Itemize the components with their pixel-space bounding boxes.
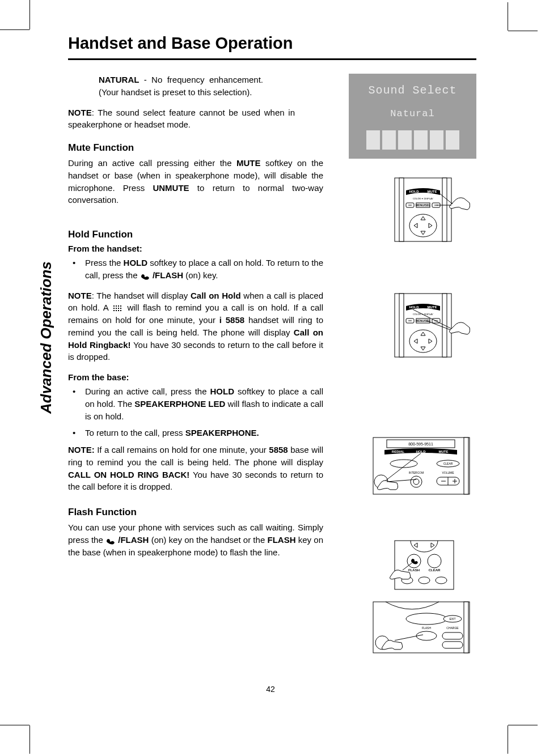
hold-note-2: NOTE: If a call remains on hold for one … xyxy=(68,444,323,493)
svg-point-75 xyxy=(406,613,447,625)
lcd-screen-figure: Sound Select Natural xyxy=(349,74,476,159)
list-item: Press the HOLD softkey to place a call o… xyxy=(68,257,323,282)
svg-text:CHARGE: CHARGE xyxy=(446,626,459,630)
svg-rect-30 xyxy=(113,305,115,307)
page-title: Handset and Base Operation xyxy=(68,34,476,53)
hold-note-1: NOTE: The handset will display Call on H… xyxy=(68,290,323,364)
crop-mark xyxy=(508,31,538,31)
base-diagram-flash: EXIT FLASH CHARGE xyxy=(372,601,476,655)
page-body: Handset and Base Operation Sound Select … xyxy=(68,34,476,566)
phone-icon xyxy=(105,537,116,545)
svg-rect-38 xyxy=(113,310,115,311)
hold-from-base: From the base: xyxy=(68,372,323,382)
note-sound: NOTE: The sound select feature cannot be… xyxy=(68,107,295,131)
svg-text:MUTE: MUTE xyxy=(428,190,437,193)
phone-icon xyxy=(140,272,150,280)
svg-rect-37 xyxy=(120,308,121,309)
svg-text:VOLUME: VOLUME xyxy=(442,471,454,474)
svg-rect-40 xyxy=(118,310,119,311)
svg-text:800-595-9511: 800-595-9511 xyxy=(408,442,433,446)
svg-text:MUTE: MUTE xyxy=(439,450,449,453)
svg-rect-81 xyxy=(442,632,463,639)
svg-point-70 xyxy=(419,577,430,584)
section-tab: Advanced Operations xyxy=(37,261,55,414)
handset-diagram-flash: FLASH CLEAR xyxy=(386,540,476,591)
svg-text:HOLD: HOLD xyxy=(409,190,420,193)
phone-grid-icon xyxy=(112,304,124,312)
svg-text:CLEAR: CLEAR xyxy=(443,462,453,465)
crop-mark xyxy=(508,2,508,31)
svg-rect-36 xyxy=(118,308,119,309)
svg-text:EXIT: EXIT xyxy=(449,617,455,621)
svg-text:MENU/SEL: MENU/SEL xyxy=(416,319,430,322)
lcd-line-2: Natural xyxy=(349,108,476,119)
note-text: : The sound select feature cannot be use… xyxy=(68,108,295,130)
svg-rect-33 xyxy=(120,305,121,307)
natural-paragraph: NATURAL - No frequency enhancement. (You… xyxy=(99,74,263,99)
flash-heading: Flash Function xyxy=(68,507,323,518)
svg-point-66 xyxy=(428,554,441,568)
base-diagram-hold: 800-595-9511 REDIAL HOLD MUTE CLEAR INTE… xyxy=(372,436,476,498)
list-item: During an active call, press the HOLD so… xyxy=(68,385,323,422)
crop-mark xyxy=(29,0,30,29)
hold-heading: Hold Function xyxy=(68,229,323,240)
svg-rect-74 xyxy=(464,602,468,653)
svg-rect-31 xyxy=(116,305,117,307)
page-number: 42 xyxy=(0,685,541,694)
crop-mark xyxy=(508,725,538,725)
svg-text:INTERCOM: INTERCOM xyxy=(409,471,424,474)
svg-text:REDIAL: REDIAL xyxy=(392,450,405,453)
svg-text:MENU/SEL: MENU/SEL xyxy=(416,203,430,207)
mute-heading: Mute Function xyxy=(68,142,323,154)
lcd-line-1: Sound Select xyxy=(349,84,476,97)
svg-point-71 xyxy=(436,577,447,584)
flash-paragraph: You can use your phone with services suc… xyxy=(68,521,323,558)
svg-text:MUTE: MUTE xyxy=(428,305,437,309)
crop-mark xyxy=(0,725,29,725)
svg-rect-41 xyxy=(120,310,121,311)
crop-mark xyxy=(29,725,30,754)
lcd-equalizer-icon xyxy=(349,130,476,150)
svg-rect-34 xyxy=(113,308,115,309)
list-item: To return to the call, press SPEAKERPHON… xyxy=(68,427,323,439)
handset-diagram-hold: HOLD MUTE COLOR ✦ DISPLAY MENU/SEL xyxy=(386,291,476,359)
crop-mark xyxy=(0,29,29,30)
svg-rect-1 xyxy=(399,178,404,241)
svg-rect-16 xyxy=(399,294,404,357)
svg-rect-2 xyxy=(442,178,447,241)
svg-text:CLEAR: CLEAR xyxy=(429,568,441,572)
svg-text:HOLD: HOLD xyxy=(416,450,426,453)
svg-text:COLOR ✦ DISPLAY: COLOR ✦ DISPLAY xyxy=(413,313,433,316)
mute-paragraph: During an active call pressing either th… xyxy=(68,157,323,206)
svg-text:FLASH: FLASH xyxy=(422,626,432,630)
svg-rect-39 xyxy=(116,310,117,311)
crop-mark xyxy=(508,725,508,754)
svg-text:COLOR ✦ DISPLAY: COLOR ✦ DISPLAY xyxy=(413,197,433,200)
svg-text:HOLD: HOLD xyxy=(409,305,420,309)
handset-diagram-mute: HOLD MUTE COLOR ✦ DISPLAY MENU/SEL xyxy=(386,176,476,244)
hold-base-list: During an active call, press the HOLD so… xyxy=(68,385,323,439)
svg-point-80 xyxy=(416,631,437,640)
svg-rect-43 xyxy=(464,438,468,494)
title-rule xyxy=(68,58,476,60)
hold-handset-list: Press the HOLD softkey to place a call o… xyxy=(68,257,323,282)
svg-rect-82 xyxy=(442,642,463,648)
svg-rect-32 xyxy=(118,305,119,307)
note-label: NOTE xyxy=(68,108,92,117)
svg-rect-35 xyxy=(116,308,117,309)
hold-from-handset: From the handset: xyxy=(68,244,323,253)
svg-text:FLASH: FLASH xyxy=(408,568,420,572)
natural-label: NATURAL xyxy=(99,75,139,84)
